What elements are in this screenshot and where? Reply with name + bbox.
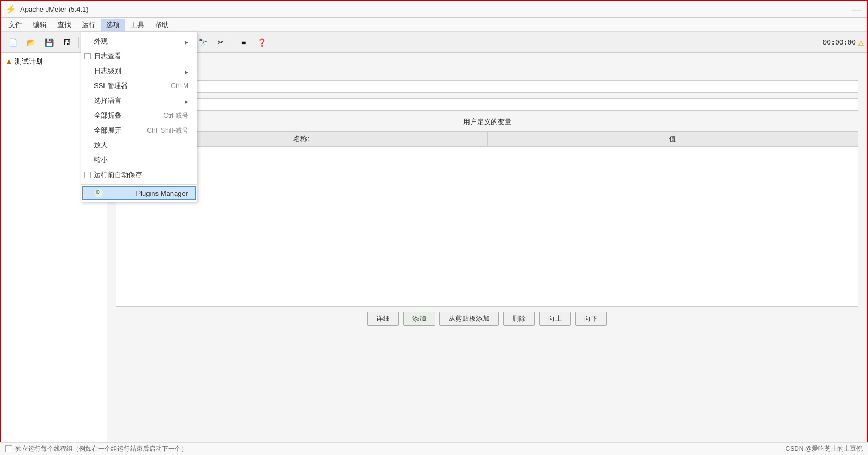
menu-item-plugins-manager[interactable]: Plugins Manager [82, 186, 196, 200]
save-icon: 🖫 [63, 38, 71, 47]
title-bar: ⚡ Apache JMeter (5.4.1) — [1, 1, 867, 18]
name-row: 名称： [116, 80, 858, 93]
toolbar-new[interactable]: 📄 [4, 35, 21, 50]
save-template-icon: 💾 [45, 38, 54, 47]
menu-item-log-level[interactable]: 日志级别 [81, 64, 197, 78]
toolbar-list[interactable]: ≡ [235, 35, 252, 50]
thread-group-checkbox[interactable] [5, 445, 12, 452]
options-dropdown-menu: 外观 日志查看 日志级别 SSL管理器 Ctrl-M 选择语言 [81, 32, 197, 202]
down-button[interactable]: 向下 [575, 312, 607, 326]
detail-button[interactable]: 详细 [367, 312, 399, 326]
thread-group-label: 独立运行每个线程组（例如在一个组运行结束后启动下一个） [15, 444, 187, 453]
toolbar-btn-4[interactable]: ✂ [212, 35, 229, 50]
name-input[interactable] [141, 80, 858, 93]
options-dropdown: 外观 日志查看 日志级别 SSL管理器 Ctrl-M 选择语言 [81, 32, 197, 202]
timer-display: 00:00:00 ⚠ [823, 37, 864, 48]
test-plan-icon: ▲ [5, 57, 13, 66]
log-viewer-checkbox[interactable] [84, 53, 91, 59]
toolbar-sep-3 [232, 37, 232, 48]
autosave-checkbox[interactable] [84, 172, 91, 178]
toolbar-sep-1 [78, 37, 79, 48]
info-icon: ❓ [257, 38, 266, 47]
table-header: 名称: 值 [116, 132, 858, 147]
list-icon: ≡ [241, 38, 246, 47]
menu-item-log-viewer[interactable]: 日志查看 [81, 49, 197, 64]
content-area: 测试计划 名称： 注释： 用户定义的变量 名称: 值 详细 添加 从剪贴板添加 … [107, 53, 867, 455]
toolbar-save[interactable]: 🖫 [58, 35, 75, 50]
menu-item-zoom-in[interactable]: 放大 [81, 138, 197, 153]
timer-value: 00:00:00 [823, 38, 856, 46]
user-vars-title: 用户定义的变量 [116, 117, 858, 127]
menu-options[interactable]: 选项 [101, 19, 125, 31]
tree-item-label: 测试计划 [15, 57, 42, 66]
toolbar-open[interactable]: 📂 [22, 35, 39, 50]
toolbar-save-template[interactable]: 💾 [40, 35, 57, 50]
menu-item-collapse-all[interactable]: 全部折叠 Ctrl-减号 [81, 108, 197, 123]
paste-button[interactable]: 从剪贴板添加 [439, 312, 499, 326]
panel-title: 测试计划 [116, 62, 858, 73]
comment-row: 注释： [116, 98, 858, 111]
open-icon: 📂 [27, 38, 36, 47]
menu-tools[interactable]: 工具 [125, 19, 150, 31]
menu-item-ssl-manager[interactable]: SSL管理器 Ctrl-M [81, 78, 197, 93]
menu-bar: 文件 编辑 查找 运行 选项 工具 帮助 外观 日志查看 日志级别 SSL管理器 [1, 18, 867, 32]
menu-item-choose-lang[interactable]: 选择语言 [81, 93, 197, 108]
window-controls[interactable]: — [852, 5, 863, 14]
delete-button[interactable]: 删除 [503, 312, 535, 326]
menu-item-zoom-out[interactable]: 缩小 [81, 153, 197, 168]
title-bar-left: ⚡ Apache JMeter (5.4.1) [5, 4, 89, 14]
menu-search[interactable]: 查找 [52, 19, 76, 31]
menu-item-autosave[interactable]: 运行前自动保存 [81, 168, 197, 182]
status-credit: CSDN @爱吃芝士的土豆倪 [785, 444, 863, 453]
status-bar: 独立运行每个线程组（例如在一个组运行结束后启动下一个） CSDN @爱吃芝士的土… [0, 442, 868, 455]
menu-help[interactable]: 帮助 [150, 19, 174, 31]
arrow-icon-log [185, 67, 188, 75]
table-body [116, 147, 858, 306]
add-button[interactable]: 添加 [403, 312, 435, 326]
arrow-icon-lang [185, 97, 188, 105]
arrow-icon [185, 38, 188, 46]
scissors-icon: ✂ [218, 38, 224, 47]
warning-icon: ⚠ [858, 37, 864, 48]
dropdown-separator [81, 184, 197, 185]
status-left: 独立运行每个线程组（例如在一个组运行结束后启动下一个） [5, 444, 187, 453]
binoculars-icon: 🔭 [198, 38, 207, 47]
bottom-buttons: 详细 添加 从剪贴板添加 删除 向上 向下 [116, 307, 858, 331]
window-title: Apache JMeter (5.4.1) [20, 5, 89, 13]
plugin-icon [94, 189, 103, 197]
minimize-button[interactable]: — [852, 5, 861, 14]
variables-table: 名称: 值 [116, 131, 858, 307]
comment-input[interactable] [141, 98, 858, 111]
col-value: 值 [488, 132, 858, 146]
new-icon: 📄 [8, 38, 18, 47]
toolbar-info[interactable]: ❓ [253, 35, 270, 50]
menu-item-appearance[interactable]: 外观 [81, 34, 197, 49]
menu-run[interactable]: 运行 [76, 19, 101, 31]
menu-edit[interactable]: 编辑 [28, 19, 52, 31]
up-button[interactable]: 向上 [539, 312, 571, 326]
menu-item-expand-all[interactable]: 全部展开 Ctrl+Shift-减号 [81, 123, 197, 138]
app-icon: ⚡ [5, 4, 16, 14]
menu-file[interactable]: 文件 [3, 19, 28, 31]
